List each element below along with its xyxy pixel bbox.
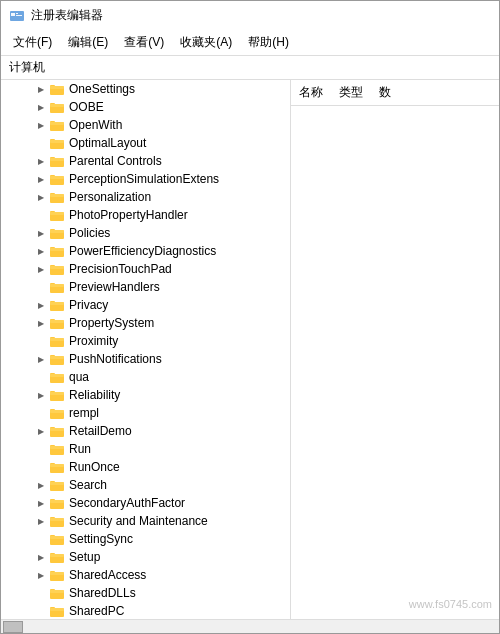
tree-item[interactable]: ▶OneSettings: [1, 80, 290, 98]
expand-arrow-icon[interactable]: ▶: [33, 499, 49, 508]
detail-panel: 名称 类型 数: [291, 80, 499, 619]
folder-icon: [49, 280, 65, 294]
folder-icon: [49, 478, 65, 492]
expand-arrow-icon[interactable]: ▶: [33, 247, 49, 256]
tree-item[interactable]: ▶Security and Maintenance: [1, 512, 290, 530]
svg-rect-6: [50, 86, 64, 89]
tree-item[interactable]: Run: [1, 440, 290, 458]
folder-icon: [49, 424, 65, 438]
registry-editor-window: 注册表编辑器 文件(F) 编辑(E) 查看(V) 收藏夹(A) 帮助(H) 计算…: [0, 0, 500, 634]
folder-icon: [49, 136, 65, 150]
menu-file[interactable]: 文件(F): [5, 32, 60, 53]
tree-item[interactable]: ▶Setup: [1, 548, 290, 566]
svg-rect-3: [16, 15, 22, 16]
folder-icon: [49, 244, 65, 258]
folder-icon: [49, 514, 65, 528]
tree-item-label: PushNotifications: [67, 352, 162, 366]
folder-icon: [49, 262, 65, 276]
tree-item-label: SharedAccess: [67, 568, 146, 582]
expand-arrow-icon[interactable]: ▶: [33, 481, 49, 490]
horizontal-scrollbar[interactable]: [1, 619, 499, 633]
tree-item-label: PreviewHandlers: [67, 280, 160, 294]
tree-item[interactable]: ▶Reliability: [1, 386, 290, 404]
menu-edit[interactable]: 编辑(E): [60, 32, 116, 53]
tree-item[interactable]: ▶PushNotifications: [1, 350, 290, 368]
tree-item[interactable]: SharedDLLs: [1, 584, 290, 602]
tree-item[interactable]: ▶OpenWith: [1, 116, 290, 134]
tree-item[interactable]: ▶OOBE: [1, 98, 290, 116]
expand-arrow-icon[interactable]: ▶: [33, 103, 49, 112]
tree-item-label: OneSettings: [67, 82, 135, 96]
menu-view[interactable]: 查看(V): [116, 32, 172, 53]
svg-rect-72: [50, 482, 64, 485]
tree-item[interactable]: Proximity: [1, 332, 290, 350]
expand-arrow-icon[interactable]: ▶: [33, 193, 49, 202]
expand-arrow-icon[interactable]: ▶: [33, 553, 49, 562]
tree-item-label: RunOnce: [67, 460, 120, 474]
tree-item-label: PrecisionTouchPad: [67, 262, 172, 276]
tree-item[interactable]: OptimalLayout: [1, 134, 290, 152]
tree-item[interactable]: ▶Parental Controls: [1, 152, 290, 170]
tree-item[interactable]: ▶RetailDemo: [1, 422, 290, 440]
expand-arrow-icon[interactable]: ▶: [33, 319, 49, 328]
folder-icon: [49, 172, 65, 186]
tree-item[interactable]: ▶Privacy: [1, 296, 290, 314]
col-data: 数: [371, 82, 399, 103]
breadcrumb: 计算机: [9, 59, 45, 76]
tree-item[interactable]: PhotoPropertyHandler: [1, 206, 290, 224]
svg-rect-39: [50, 284, 64, 287]
folder-icon: [49, 100, 65, 114]
tree-item[interactable]: SettingSync: [1, 530, 290, 548]
folder-icon: [49, 550, 65, 564]
folder-icon: [49, 406, 65, 420]
expand-arrow-icon[interactable]: ▶: [33, 175, 49, 184]
svg-rect-9: [50, 104, 64, 107]
expand-arrow-icon[interactable]: ▶: [33, 571, 49, 580]
expand-arrow-icon[interactable]: ▶: [33, 121, 49, 130]
tree-item[interactable]: ▶SharedAccess: [1, 566, 290, 584]
tree-item[interactable]: qua: [1, 368, 290, 386]
expand-arrow-icon[interactable]: ▶: [33, 517, 49, 526]
expand-arrow-icon[interactable]: ▶: [33, 355, 49, 364]
tree-item-label: Proximity: [67, 334, 118, 348]
expand-arrow-icon[interactable]: ▶: [33, 391, 49, 400]
tree-item[interactable]: ▶Personalization: [1, 188, 290, 206]
tree-item[interactable]: ▶Search: [1, 476, 290, 494]
tree-item[interactable]: PreviewHandlers: [1, 278, 290, 296]
app-icon: [9, 8, 25, 24]
tree-panel[interactable]: ▶OneSettings▶OOBE▶OpenWithOptimalLayout▶…: [1, 80, 291, 619]
folder-icon: [49, 586, 65, 600]
expand-arrow-icon[interactable]: ▶: [33, 265, 49, 274]
svg-rect-87: [50, 572, 64, 575]
menu-bar: 文件(F) 编辑(E) 查看(V) 收藏夹(A) 帮助(H): [1, 30, 499, 56]
expand-arrow-icon[interactable]: ▶: [33, 157, 49, 166]
tree-item-label: Privacy: [67, 298, 108, 312]
tree-item[interactable]: RunOnce: [1, 458, 290, 476]
folder-icon: [49, 460, 65, 474]
tree-item-label: Policies: [67, 226, 110, 240]
svg-rect-54: [50, 374, 64, 377]
expand-arrow-icon[interactable]: ▶: [33, 427, 49, 436]
tree-item[interactable]: ▶Policies: [1, 224, 290, 242]
tree-item[interactable]: ▶PowerEfficiencyDiagnostics: [1, 242, 290, 260]
title-bar: 注册表编辑器: [1, 1, 499, 30]
tree-item[interactable]: ▶PerceptionSimulationExtens: [1, 170, 290, 188]
expand-arrow-icon[interactable]: ▶: [33, 301, 49, 310]
svg-rect-51: [50, 356, 64, 359]
tree-item-label: Parental Controls: [67, 154, 162, 168]
expand-arrow-icon[interactable]: ▶: [33, 229, 49, 238]
menu-help[interactable]: 帮助(H): [240, 32, 297, 53]
main-content: ▶OneSettings▶OOBE▶OpenWithOptimalLayout▶…: [1, 80, 499, 619]
tree-item[interactable]: rempl: [1, 404, 290, 422]
menu-favorites[interactable]: 收藏夹(A): [172, 32, 240, 53]
folder-icon: [49, 334, 65, 348]
tree-item[interactable]: ▶PropertySystem: [1, 314, 290, 332]
tree-item[interactable]: SharedPC: [1, 602, 290, 619]
tree-item[interactable]: ▶PrecisionTouchPad: [1, 260, 290, 278]
expand-arrow-icon[interactable]: ▶: [33, 85, 49, 94]
tree-item[interactable]: ▶SecondaryAuthFactor: [1, 494, 290, 512]
tree-item-label: SecondaryAuthFactor: [67, 496, 185, 510]
tree-item-label: SharedDLLs: [67, 586, 136, 600]
tree-item-label: PropertySystem: [67, 316, 154, 330]
svg-rect-57: [50, 392, 64, 395]
